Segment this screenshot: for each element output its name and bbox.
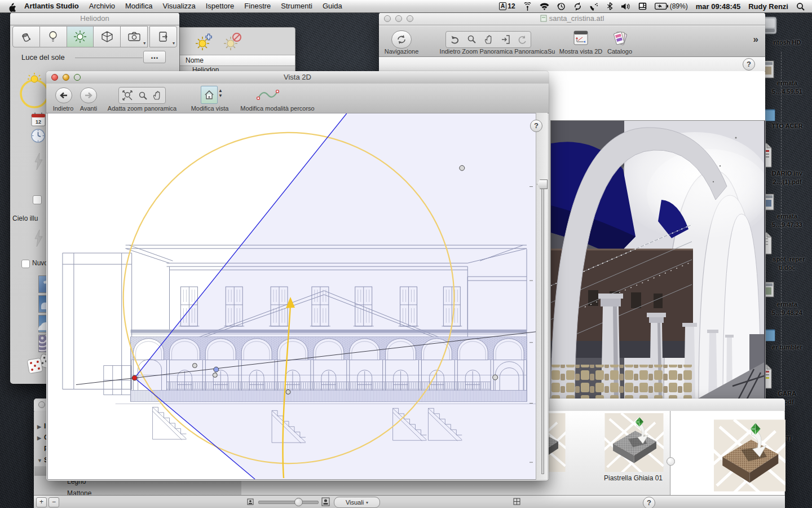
sun-section-label: Luce del sole (21, 53, 65, 62)
arrow-right-icon (85, 92, 92, 99)
minimize-button[interactable] (395, 15, 402, 22)
vista2d-canvas[interactable] (47, 113, 536, 480)
toolbar-overflow-chevron[interactable]: » (753, 34, 758, 45)
menu-item-app[interactable]: Artlantis Studio (19, 0, 84, 12)
pan-hand-icon[interactable] (484, 34, 494, 45)
edit-path-mode-icon[interactable] (256, 87, 280, 103)
add-heliodon-icon[interactable] (193, 32, 214, 52)
material-preview-large[interactable] (714, 419, 785, 492)
thumbnail-size-slider-knob[interactable] (294, 498, 303, 506)
close-button[interactable] (384, 15, 391, 22)
objects-mode-button[interactable] (94, 26, 121, 47)
dropdown-caret: ▾ (143, 41, 145, 46)
pane-divider-knob[interactable] (667, 457, 675, 466)
calendar-day: 12 (36, 119, 41, 125)
enter-view-icon[interactable] (501, 34, 511, 45)
zoom-slider-thumb[interactable] (537, 179, 548, 189)
time-machine-icon[interactable] (554, 0, 568, 12)
input-source-indicator[interactable]: A 12 (496, 0, 518, 12)
close-button[interactable] (38, 401, 45, 408)
menu-item-guida[interactable]: Guida (317, 0, 347, 12)
materials-mode-button[interactable] (12, 26, 40, 47)
magnifier-icon[interactable] (138, 91, 148, 100)
menu-item-visualizza[interactable]: Visualizza (157, 0, 200, 12)
apple-menu[interactable] (0, 1, 19, 12)
main-window-titlebar[interactable]: santa_cristina.atl (379, 12, 765, 25)
spotlight-search-icon[interactable] (793, 0, 807, 12)
light-point-handle[interactable] (214, 367, 219, 372)
thumbnail-size-large-icon (321, 497, 330, 506)
menu-item-finestre[interactable]: Finestre (239, 0, 276, 12)
zoom-fit-icon[interactable] (122, 90, 133, 101)
export-mode-button[interactable]: ▾ (149, 26, 177, 47)
vista2d-toolbar: Indietro Avanti Adatta zoom panoramica (46, 84, 549, 113)
airport-antenna-icon[interactable] (520, 0, 535, 12)
rotate-icon[interactable] (517, 34, 527, 45)
battery-indicator[interactable]: (89%) (652, 0, 691, 12)
catalog-label: Catalogo (600, 48, 639, 55)
modem-phone-icon[interactable] (587, 0, 601, 12)
help-button[interactable]: ? (530, 120, 542, 132)
main-toolbar: Navigazione Indietro Zoom Panoramica Pan… (379, 26, 765, 57)
wifi-icon[interactable] (537, 0, 552, 12)
navigation-button[interactable] (391, 30, 412, 49)
section-rule (75, 58, 143, 58)
menu-item-ispettore[interactable]: Ispettore (201, 0, 240, 12)
inspector-mode-segments: ▾ ▾ (12, 26, 177, 47)
remove-button[interactable]: − (48, 497, 59, 507)
keyboard-viewer-icon[interactable] (636, 0, 650, 12)
help-button[interactable]: ? (743, 58, 755, 71)
thumbnail-size-slider[interactable] (258, 501, 319, 504)
lightning-icon (33, 152, 44, 170)
edit-view-button[interactable] (201, 86, 218, 104)
zoom-button[interactable] (74, 74, 81, 81)
forward-label: Avanti (77, 105, 100, 112)
delete-heliodon-icon[interactable] (222, 32, 242, 52)
forward-button[interactable] (80, 87, 97, 103)
vista2d-titlebar[interactable]: Vista 2D (46, 71, 549, 84)
close-button[interactable] (51, 74, 58, 81)
show-2d-view-button[interactable] (572, 30, 590, 47)
list-column-header[interactable]: Nome (180, 55, 295, 66)
clock-icon[interactable] (30, 128, 46, 143)
show-2d-view-icon (572, 30, 590, 47)
history-group-label: Indietro Zoom Panoramica PanoramicaSu (433, 48, 562, 55)
menu-item-archivio[interactable]: Archivio (84, 0, 120, 12)
heliodon-mode-button-selected[interactable] (67, 26, 94, 47)
add-button[interactable]: + (36, 497, 47, 507)
zoom-icon[interactable] (467, 34, 477, 45)
light-bulb-icon (48, 30, 58, 43)
user-menu[interactable]: Rudy Renzi (745, 0, 791, 12)
volume-icon[interactable] (619, 0, 633, 12)
lights-mode-button[interactable] (40, 26, 67, 47)
camera-mode-button[interactable]: ▾ (121, 26, 148, 47)
clouds-checkbox[interactable] (21, 260, 30, 268)
zoom-button[interactable] (407, 15, 413, 22)
help-button[interactable]: ? (643, 497, 655, 508)
menu-clock[interactable]: mar 09:48:45 (693, 0, 744, 12)
bluetooth-icon[interactable] (603, 0, 616, 12)
cube-icon (101, 30, 113, 43)
catalog-preview-pane[interactable] (670, 411, 784, 496)
sync-icon[interactable] (571, 0, 585, 12)
preview-3d[interactable] (550, 120, 766, 404)
grid-view-icon[interactable] (513, 498, 520, 505)
minimize-button[interactable] (63, 74, 69, 81)
view-stepper[interactable]: ▲▼ (218, 88, 223, 98)
calendar-icon[interactable]: 12 (30, 112, 46, 127)
more-options-button[interactable]: ... (143, 51, 166, 63)
dropdown-caret: ▾ (173, 41, 175, 46)
menu-item-strumenti[interactable]: Strumenti (276, 0, 317, 12)
sky-checkbox[interactable] (33, 195, 42, 204)
zoom-slider-track[interactable] (541, 181, 544, 474)
views-dropdown[interactable]: Visuali▾ (334, 497, 380, 508)
back-button[interactable] (55, 87, 72, 103)
pan-hand-icon[interactable] (153, 90, 162, 100)
material-thumbnail-piastrella-ghiaia[interactable] (604, 413, 664, 472)
menu-item-modifica[interactable]: Modifica (120, 0, 157, 12)
chevron-down-icon: ▾ (366, 500, 368, 505)
heliodon-titlebar[interactable]: Heliodon (10, 12, 179, 25)
undo-icon[interactable] (449, 34, 461, 45)
catalog-button[interactable] (611, 29, 630, 47)
camera-point-handle[interactable] (132, 375, 137, 380)
